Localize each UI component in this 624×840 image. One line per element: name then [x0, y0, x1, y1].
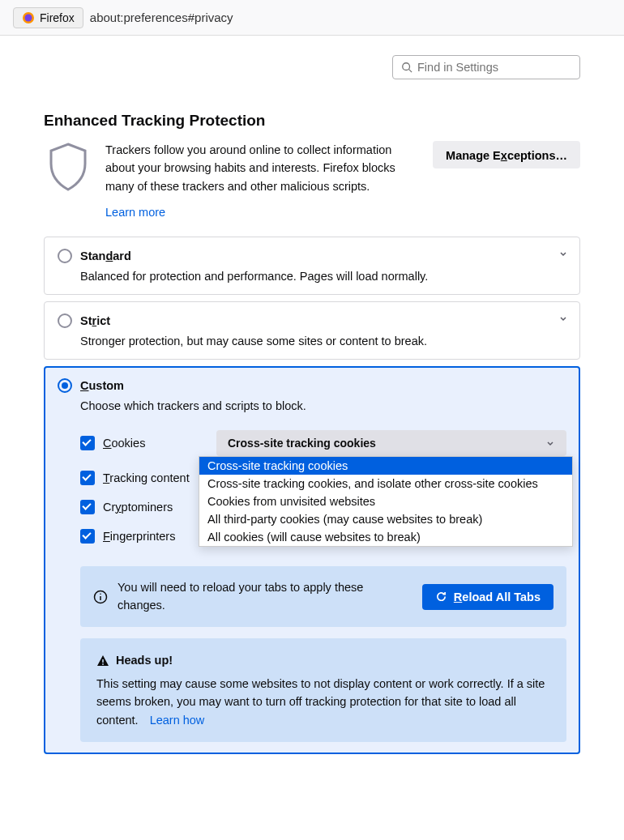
- checkbox-cookies[interactable]: [80, 436, 95, 450]
- chevron-down-icon: [558, 313, 568, 323]
- reload-icon: [435, 591, 447, 603]
- cookies-select-value: Cross-site tracking cookies: [228, 437, 376, 450]
- shield-icon: [46, 141, 90, 193]
- tracking-content-label: Tracking content: [103, 471, 190, 484]
- etp-heading: Enhanced Tracking Protection: [44, 112, 580, 130]
- reload-all-tabs-button[interactable]: Reload All Tabs: [422, 584, 553, 610]
- warning-icon: [96, 655, 109, 667]
- dropdown-option[interactable]: Cross-site tracking cookies: [199, 457, 572, 475]
- firefox-tab[interactable]: Firefox: [13, 7, 83, 28]
- radio-standard[interactable]: [58, 249, 72, 263]
- cookies-dropdown: Cross-site tracking cookies Cross-site t…: [199, 456, 573, 547]
- standard-title: Standard: [80, 249, 131, 262]
- svg-point-2: [403, 63, 410, 70]
- cryptominers-label: Cryptominers: [103, 501, 173, 514]
- strict-title: Strict: [80, 314, 110, 327]
- strict-desc: Stronger protection, but may cause some …: [80, 335, 566, 348]
- etp-description: Trackers follow you around online to col…: [105, 141, 420, 195]
- fingerprinters-label: Fingerprinters: [103, 530, 175, 543]
- cookies-label: Cookies: [103, 437, 208, 450]
- dropdown-option[interactable]: All third-party cookies (may cause websi…: [199, 510, 572, 528]
- tab-label: Firefox: [40, 11, 75, 24]
- search-input[interactable]: [417, 61, 571, 74]
- svg-point-1: [25, 14, 32, 21]
- info-icon: [93, 590, 108, 604]
- svg-line-3: [409, 70, 412, 73]
- tab-bar: Firefox about:preferences#privacy: [0, 0, 624, 36]
- cookies-select[interactable]: Cross-site tracking cookies: [216, 430, 566, 456]
- checkbox-fingerprinters[interactable]: [80, 529, 95, 544]
- reload-info: You will need to reload your tabs to app…: [80, 566, 566, 628]
- dropdown-option[interactable]: Cross-site tracking cookies, and isolate…: [199, 475, 572, 492]
- checkbox-cryptominers[interactable]: [80, 500, 95, 514]
- etp-learn-more-link[interactable]: Learn more: [105, 203, 165, 221]
- manage-exceptions-button[interactable]: Manage Exceptions…: [433, 141, 580, 168]
- custom-desc: Choose which trackers and scripts to blo…: [80, 399, 566, 412]
- chevron-down-icon: [558, 249, 568, 258]
- dropdown-option[interactable]: All cookies (will cause websites to brea…: [199, 528, 572, 546]
- level-standard[interactable]: Standard Balanced for protection and per…: [44, 237, 580, 295]
- heads-up-warning: Heads up! This setting may cause some we…: [80, 638, 566, 742]
- checkbox-tracking-content[interactable]: [80, 471, 95, 485]
- svg-point-6: [100, 593, 101, 595]
- dropdown-option[interactable]: Cookies from unvisited websites: [199, 492, 572, 510]
- warn-heading: Heads up!: [116, 651, 173, 669]
- reload-message: You will need to reload your tabs to app…: [118, 579, 412, 615]
- custom-title: Custom: [80, 379, 124, 392]
- svg-point-8: [102, 663, 104, 665]
- level-strict[interactable]: Strict Stronger protection, but may caus…: [44, 301, 580, 360]
- search-input-wrap[interactable]: [392, 55, 580, 79]
- search-icon: [401, 62, 412, 73]
- chevron-down-icon: [545, 438, 555, 448]
- standard-desc: Balanced for protection and performance.…: [80, 270, 566, 283]
- radio-custom[interactable]: [58, 378, 72, 393]
- learn-how-link[interactable]: Learn how: [150, 714, 205, 727]
- radio-strict[interactable]: [58, 313, 72, 328]
- url-text: about:preferences#privacy: [90, 11, 233, 24]
- level-custom[interactable]: Custom Choose which trackers and scripts…: [44, 366, 580, 754]
- etp-intro: Trackers follow you around online to col…: [44, 141, 580, 222]
- firefox-icon: [22, 11, 35, 24]
